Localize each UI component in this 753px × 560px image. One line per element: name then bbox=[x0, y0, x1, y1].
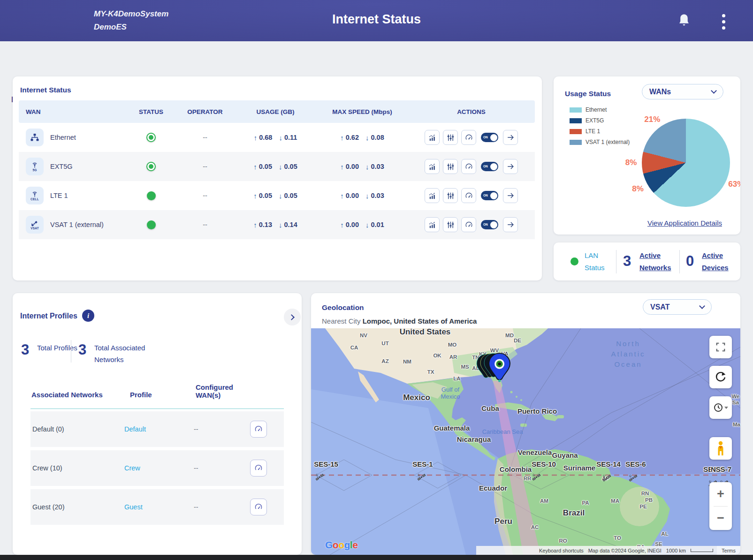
map-label: Ma bbox=[733, 422, 740, 427]
fullscreen-button[interactable] bbox=[709, 336, 732, 358]
profile-speed-button[interactable] bbox=[250, 499, 267, 515]
map-label: AM bbox=[540, 498, 548, 504]
wan-details-arrow-button[interactable] bbox=[503, 217, 518, 232]
speed-test-button[interactable] bbox=[461, 130, 476, 145]
speed-test-button[interactable] bbox=[461, 217, 476, 232]
map-label: Sa bbox=[732, 400, 739, 405]
usage-chart-button[interactable] bbox=[425, 217, 440, 232]
app-header: MY-K4DemoSystem DemoES Internet Status bbox=[0, 0, 753, 41]
profile-link[interactable]: Crew bbox=[124, 464, 194, 472]
upload-arrow-icon: ↑ bbox=[340, 134, 344, 142]
map-data-attribution: Map data ©2024 Google, INEGI bbox=[588, 548, 662, 553]
profile-link[interactable]: Guest bbox=[124, 503, 194, 511]
map-label: TO bbox=[614, 535, 621, 541]
dashboard: MY-K4DemoSystem DemoES Internet Status L… bbox=[0, 0, 753, 560]
map-label: PA bbox=[582, 500, 589, 506]
google-logo[interactable]: Google bbox=[325, 539, 357, 551]
wan-enable-toggle[interactable]: ON bbox=[481, 162, 498, 171]
network-name: Default (0) bbox=[30, 425, 124, 433]
wan-enable-toggle[interactable]: ON bbox=[481, 191, 498, 200]
col-wan: WAN bbox=[19, 108, 128, 115]
profile-link[interactable]: Default bbox=[124, 425, 194, 433]
upload-arrow-icon: ↑ bbox=[254, 134, 258, 142]
wan-details-arrow-button[interactable] bbox=[503, 130, 518, 145]
nearest-city-label: Nearest City bbox=[322, 317, 361, 325]
operator-value: -- bbox=[175, 134, 236, 141]
info-icon[interactable]: i bbox=[82, 310, 94, 322]
keyboard-shortcuts-link[interactable]: Keyboard shortcuts bbox=[539, 548, 584, 553]
notifications-bell-icon[interactable] bbox=[677, 13, 691, 28]
limits-sliders-button[interactable] bbox=[443, 159, 458, 174]
map-label: United States bbox=[400, 328, 451, 337]
reset-rotation-button[interactable] bbox=[709, 366, 732, 388]
satellite-icon bbox=[417, 473, 427, 481]
map-label: Nicaragua bbox=[457, 435, 491, 443]
usage-chart-button[interactable] bbox=[425, 159, 440, 174]
geolocation-title: Geolocation bbox=[322, 303, 364, 312]
wan-details-arrow-button[interactable] bbox=[503, 159, 518, 174]
map-scale-label: 1000 km bbox=[666, 548, 686, 553]
zoom-out-button[interactable]: − bbox=[709, 507, 732, 530]
overflow-menu-icon[interactable] bbox=[721, 14, 726, 30]
map-label: We bbox=[731, 394, 739, 399]
chevron-down-icon bbox=[711, 88, 717, 94]
col-operator: OPERATOR bbox=[175, 108, 236, 115]
speed-up-value: 0.62 bbox=[346, 134, 359, 141]
legend-item: Ethernet bbox=[570, 106, 630, 113]
limits-sliders-button[interactable] bbox=[443, 217, 458, 232]
expand-profiles-button[interactable] bbox=[284, 309, 301, 325]
speed-up-value: 0.00 bbox=[346, 192, 359, 199]
usage-up-value: 0.05 bbox=[259, 163, 272, 170]
satellite-label: SES-1 bbox=[412, 460, 433, 468]
configured-wans-value: -- bbox=[194, 425, 250, 433]
location-pin-cluster[interactable] bbox=[476, 353, 516, 384]
legend-swatch bbox=[570, 129, 582, 134]
map-label: PE bbox=[639, 504, 647, 509]
limits-sliders-button[interactable] bbox=[443, 130, 458, 145]
table-row-lte1: CELL LTE 1 -- ↑0.05 ↓0.05 ↑0.00 ↓0.03 bbox=[19, 181, 535, 210]
profile-speed-button[interactable] bbox=[250, 460, 267, 477]
cellular-icon: CELL bbox=[26, 187, 44, 204]
speed-down-value: 0.01 bbox=[371, 221, 384, 228]
wan-enable-toggle[interactable]: ON bbox=[481, 220, 498, 229]
map-label: RR bbox=[524, 476, 532, 481]
map-label: AL bbox=[661, 531, 668, 537]
speed-down-value: 0.03 bbox=[371, 192, 384, 199]
usage-up-value: 0.68 bbox=[259, 134, 272, 141]
terms-link[interactable]: Terms bbox=[717, 546, 740, 555]
status-indicator-up bbox=[146, 133, 156, 142]
map-label: AZ bbox=[381, 358, 388, 364]
usage-chart-button[interactable] bbox=[425, 130, 440, 145]
active-devices-link[interactable]: Active Devices bbox=[702, 250, 744, 274]
pegman-streetview-control[interactable] bbox=[709, 437, 732, 460]
operator-value: -- bbox=[175, 192, 236, 199]
usage-scope-select[interactable]: WANs bbox=[642, 84, 723, 99]
configured-wans-value: -- bbox=[194, 503, 250, 511]
lan-status-indicator bbox=[570, 257, 578, 265]
profile-speed-button[interactable] bbox=[250, 421, 267, 438]
usage-chart-button[interactable] bbox=[425, 188, 440, 203]
nearest-city: Nearest City Lompoc, United States of Am… bbox=[322, 317, 477, 325]
usage-status-title: Usage Status bbox=[565, 90, 611, 98]
speed-test-button[interactable] bbox=[461, 159, 476, 174]
map-label: MS bbox=[461, 364, 469, 370]
profile-row-crew: Crew (10) Crew -- bbox=[30, 450, 284, 486]
google-map[interactable]: United StatesMexicoGulf of MexicoNorth A… bbox=[311, 328, 740, 555]
speed-test-button[interactable] bbox=[461, 188, 476, 203]
geolocation-source-select[interactable]: VSAT bbox=[643, 299, 712, 315]
zoom-in-button[interactable]: + bbox=[709, 482, 732, 506]
map-label: MA bbox=[611, 498, 619, 504]
wan-enable-toggle[interactable]: ON bbox=[481, 133, 498, 142]
active-networks-link[interactable]: Active Networks bbox=[639, 250, 682, 274]
cellular-5g-icon: 5G bbox=[26, 158, 44, 175]
map-label: TX bbox=[427, 369, 434, 375]
wan-details-arrow-button[interactable] bbox=[503, 188, 518, 203]
legend-item: LTE 1 bbox=[570, 128, 630, 135]
timeline-clock-button[interactable] bbox=[709, 396, 732, 419]
internet-profiles-title: Internet Profiles bbox=[20, 312, 77, 320]
view-application-details-link[interactable]: View Application Details bbox=[647, 219, 722, 227]
limits-sliders-button[interactable] bbox=[443, 188, 458, 203]
satellite-label: SES-15 bbox=[314, 460, 338, 468]
operator-value: -- bbox=[175, 163, 236, 170]
divider bbox=[616, 250, 616, 273]
